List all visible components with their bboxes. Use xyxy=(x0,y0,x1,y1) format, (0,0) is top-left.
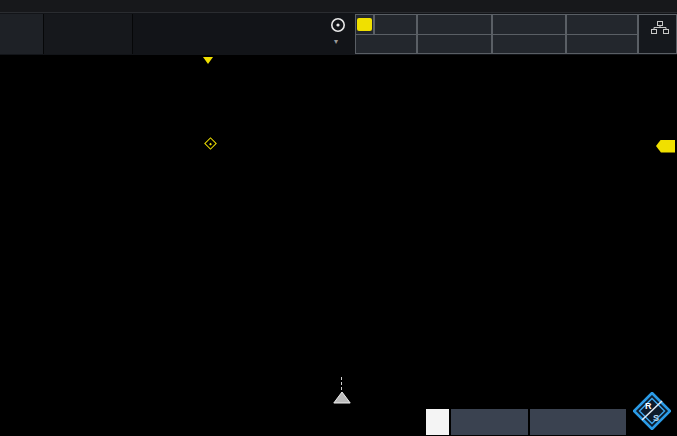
trigger-slope-cell[interactable] xyxy=(375,15,416,34)
bus-settings-panel[interactable] xyxy=(451,409,528,435)
annotation-target-icon[interactable] xyxy=(329,16,347,34)
reference-position-marker[interactable] xyxy=(333,391,351,404)
svg-text:S: S xyxy=(653,413,659,423)
waveform-svg xyxy=(0,0,677,436)
menu-button[interactable]: R S xyxy=(628,409,677,435)
reference-dashed-line xyxy=(341,377,342,390)
titlebar xyxy=(0,0,677,13)
trigger-level-cell[interactable] xyxy=(356,35,416,53)
chevron-down-icon[interactable]: ▾ xyxy=(334,37,338,46)
rs-logo-icon: R S xyxy=(633,392,671,430)
timebase-cell[interactable] xyxy=(493,15,565,34)
horizontal-position-cell[interactable] xyxy=(493,35,565,53)
toolbar-panel xyxy=(44,14,133,54)
sample-rate-cell[interactable] xyxy=(418,35,491,53)
oscilloscope-screen: ▾ xyxy=(0,0,677,436)
trigger-mode-cell[interactable] xyxy=(418,15,491,34)
footer-empty-panel xyxy=(530,409,626,435)
channel-bar: R S xyxy=(0,408,677,436)
trigger-source-cell[interactable] xyxy=(356,15,373,34)
acquisition-status-bar xyxy=(355,14,677,54)
lan-network-icon xyxy=(651,21,669,34)
acquisition-status-cell[interactable] xyxy=(567,15,637,34)
svg-text:R: R xyxy=(645,401,652,411)
bus-button[interactable] xyxy=(426,409,449,435)
datetime-cell xyxy=(639,15,676,53)
acquisition-mode-cell[interactable] xyxy=(567,35,637,53)
trigger-position-marker[interactable] xyxy=(203,57,213,64)
trigger-source-badge xyxy=(357,18,372,31)
toolbar-panel-left xyxy=(0,14,44,54)
